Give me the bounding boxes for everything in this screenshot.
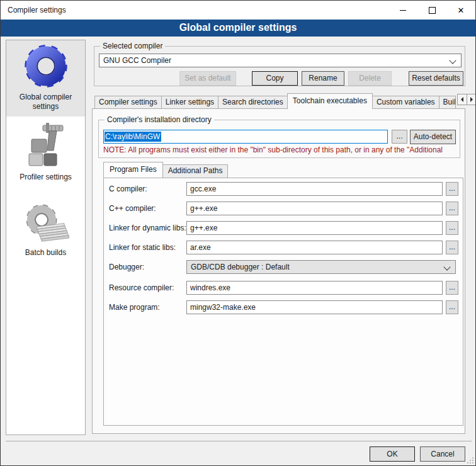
maximize-button[interactable] [417,1,446,20]
make-program-label: Make program: [109,300,188,314]
linker-dynamic-label: Linker for dynamic libs: [109,221,188,235]
right-arrow-icon [470,97,473,102]
close-button[interactable]: ✕ [446,1,475,20]
c-compiler-label: C compiler: [109,182,188,196]
footer-divider [6,441,472,441]
tab-compiler-settings[interactable]: Compiler settings [94,96,162,109]
selected-compiler-dropdown[interactable]: GNU GCC Compiler [99,54,462,67]
linker-static-browse-button[interactable]: ... [446,241,458,254]
settings-tab-strip: Compiler settings Linker settings Search… [94,93,455,109]
sidebar-item-batch-builds[interactable]: Batch builds [6,202,85,258]
copy-button[interactable]: Copy [252,71,298,86]
linker-static-input[interactable] [186,241,443,254]
debugger-value: GDB/CDB debugger : Default [191,263,290,271]
tab-build-options-clipped[interactable]: Builc [439,96,456,109]
c-compiler-input[interactable] [186,182,443,196]
sidebar-item-label: Batch builds [6,247,85,258]
sidebar-item-label: Profiler settings [6,171,85,182]
minimize-icon [400,10,406,11]
c-compiler-browse-button[interactable]: ... [446,182,458,196]
cpp-compiler-browse-button[interactable]: ... [446,202,458,215]
installation-directory-input[interactable]: C:\raylib\MinGW [103,130,388,144]
tab-search-directories[interactable]: Search directories [218,96,288,109]
maximize-icon [429,7,436,14]
set-as-default-button[interactable]: Set as default [179,71,236,86]
group-label: Compiler's installation directory [105,115,214,125]
make-program-browse-button[interactable]: ... [446,300,458,314]
tab-linker-settings[interactable]: Linker settings [161,96,218,109]
blue-gear-icon [23,43,69,89]
close-icon: ✕ [458,6,465,14]
program-files-tab-strip: Program Files Additional Paths [103,162,227,178]
cpp-compiler-input[interactable] [186,202,443,215]
make-program-input[interactable] [186,300,443,314]
window-title: Compiler settings [8,6,66,14]
title-bar: Compiler settings ✕ [1,1,475,20]
left-arrow-icon [461,97,463,102]
resource-compiler-input[interactable] [186,281,443,295]
note-text: NOTE: All programs must exist either in … [103,145,460,155]
tab-scroll-left-button[interactable] [457,94,467,105]
debugger-dropdown[interactable]: GDB/CDB debugger : Default [186,260,456,274]
minimize-button[interactable] [388,1,417,20]
selected-compiler-value: GNU GCC Compiler [103,56,171,65]
page-title: Global compiler settings [1,20,475,37]
cancel-button[interactable]: Cancel [420,446,465,462]
tab-additional-paths[interactable]: Additional Paths [162,164,229,178]
tab-custom-variables[interactable]: Custom variables [372,96,439,109]
resize-grip[interactable] [467,457,473,463]
linker-dynamic-input[interactable] [186,221,443,235]
chevron-down-icon [449,57,456,64]
resource-compiler-label: Resource compiler: [109,281,188,295]
gear-stack-icon [23,202,69,245]
compiler-settings-dialog: Compiler settings ✕ Global compiler sett… [0,0,476,466]
tab-program-files[interactable]: Program Files [103,162,163,178]
rename-button[interactable]: Rename [302,71,344,86]
sidebar-item-global-compiler-settings[interactable]: Global compiler settings [6,40,85,116]
resource-compiler-browse-button[interactable]: ... [446,281,458,295]
auto-detect-button[interactable]: Auto-detect [410,130,456,144]
tab-toolchain-executables[interactable]: Toolchain executables [287,93,373,109]
tab-scroll-right-button[interactable] [467,94,476,105]
cpp-compiler-label: C++ compiler: [109,202,188,215]
browse-directory-button[interactable]: ... [392,130,407,144]
reset-defaults-button[interactable]: Reset defaults [409,71,463,86]
ok-button[interactable]: OK [370,446,415,462]
linker-dynamic-browse-button[interactable]: ... [446,221,458,235]
group-label: Selected compiler [100,42,165,51]
settings-sidebar: Global compiler settings Profiler settin… [6,40,86,435]
tab-scroll-buttons [458,94,476,105]
chevron-down-icon [443,263,450,270]
selected-text: C:\raylib\MinGW [105,132,161,142]
sidebar-item-profiler-settings[interactable]: Profiler settings [6,123,85,182]
debugger-label: Debugger: [109,260,188,274]
delete-button[interactable]: Delete [348,71,392,86]
sidebar-item-label: Global compiler settings [6,91,85,111]
caliper-icon [24,123,68,169]
linker-static-label: Linker for static libs: [109,241,188,254]
